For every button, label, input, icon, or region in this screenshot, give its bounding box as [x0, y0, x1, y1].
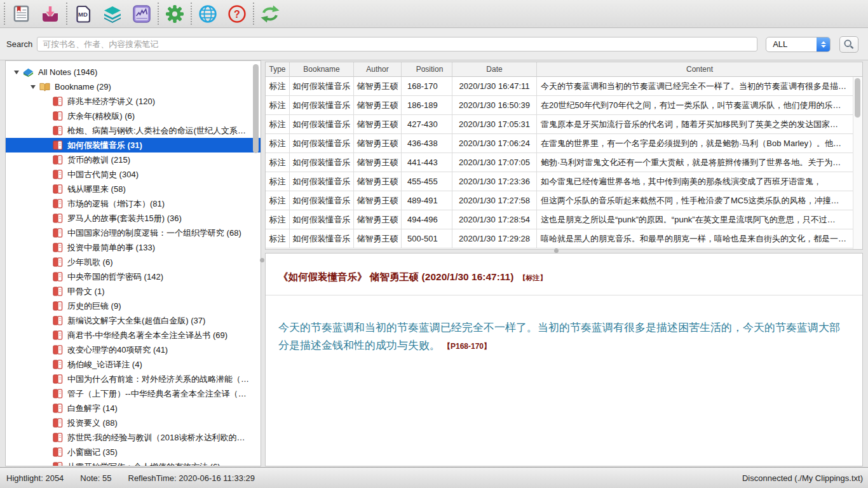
table-row[interactable]: 标注如何假装懂音乐储智勇王硕427-4302020/1/30 17:05:31雷… [266, 115, 862, 134]
table-scrollbar[interactable] [853, 77, 862, 249]
sidebar-tree-item[interactable]: All Notes (1946) [6, 65, 261, 79]
sidebar-tree-item[interactable]: 中国古代简史 (304) [6, 167, 261, 182]
markdown-export-button[interactable]: MD [69, 2, 98, 26]
column-header-bookname[interactable]: Bookname [290, 62, 354, 77]
sidebar-tree-item[interactable]: 从零开始学写作：个人增值的有效方法 (6) [6, 459, 261, 466]
refresh-button[interactable] [255, 2, 285, 26]
sidebar-tree-item[interactable]: 投资要义 (88) [6, 416, 261, 430]
help-button[interactable]: ? [222, 2, 252, 26]
sidebar-item-label: 中央帝国的哲学密码 (142) [67, 271, 163, 283]
sidebar-tree-item[interactable]: 投资中最简单的事 (133) [6, 240, 261, 255]
markdown-icon: MD [74, 4, 93, 24]
column-header-author[interactable]: Author [354, 62, 402, 77]
sidebar-item-label: 从零开始学写作：个人增值的有效方法 (6) [67, 461, 220, 467]
search-input[interactable] [37, 37, 757, 51]
vertical-splitter-handle[interactable] [260, 258, 264, 262]
import-button[interactable] [36, 2, 65, 26]
table-row[interactable]: 标注如何假装懂音乐储智勇王硕489-4912020/1/30 17:27:58但… [266, 191, 862, 210]
toolbar-separator [191, 3, 192, 25]
cell-author: 储智勇王硕 [354, 134, 402, 153]
sidebar-tree-item[interactable]: 中国国家治理的制度逻辑：一个组织学研究 (68) [6, 226, 261, 240]
sidebar-tree-item[interactable]: 如何假装懂音乐 (31) [6, 138, 261, 152]
column-header-type[interactable]: Type [266, 62, 290, 77]
cell-position: 500-501 [402, 229, 452, 248]
statistics-icon [132, 4, 151, 24]
sidebar-tree-item[interactable]: 管子（上下册）--中华经典名著全本全注全译（… [6, 386, 261, 401]
sidebar-tree-item[interactable]: 改变心理学的40项研究 (41) [6, 342, 261, 357]
table-row[interactable]: 标注如何假装懂音乐储智勇王硕186-1892020/1/30 16:50:39在… [266, 96, 862, 115]
table-header-row: TypeBooknameAuthorPositionDateContent [266, 62, 862, 77]
table-row[interactable]: 标注如何假装懂音乐储智勇王硕500-5012020/1/30 17:29:28嘻… [266, 229, 862, 248]
horizontal-splitter-handle[interactable] [554, 248, 559, 253]
sidebar-tree-item[interactable]: 庆余年(精校版) (6) [6, 109, 261, 123]
sidebar-tree-item[interactable]: Bookname (29) [6, 79, 261, 94]
cell-content: 在雷鬼的世界里，有一个名字是必须提到的，就是鲍勃·马利（Bob Marley）。… [537, 134, 862, 153]
book-icon [51, 111, 64, 121]
column-header-date[interactable]: Date [452, 62, 537, 77]
sidebar-tree-item[interactable]: 货币的教训 (215) [6, 152, 261, 167]
sidebar-tree-item[interactable]: 历史的巨镜 (9) [6, 299, 261, 313]
sidebar-tree-item[interactable]: 甲骨文 (1) [6, 284, 261, 299]
search-filter-value: ALL [766, 39, 817, 49]
cell-type: 标注 [266, 96, 290, 115]
sidebar-tree-item[interactable]: 枪炮、病菌与钢铁:人类社会的命运(世纪人文系… [6, 123, 261, 138]
sidebar-tree-item[interactable]: 罗马人的故事(套装共15册) (36) [6, 211, 261, 226]
cell-author: 储智勇王硕 [354, 229, 402, 248]
cell-bookname: 如何假装懂音乐 [290, 96, 354, 115]
toolbar-separator [158, 3, 159, 25]
sidebar-item-label: 少年凯歌 (6) [67, 257, 113, 268]
table-body: 标注如何假装懂音乐储智勇王硕168-1702020/1/30 16:47:11今… [266, 77, 862, 248]
sidebar-item-label: Bookname (29) [55, 82, 111, 92]
search-filter-select[interactable]: ALL [766, 37, 831, 52]
layers-button[interactable] [98, 2, 127, 26]
cell-author: 储智勇王硕 [354, 191, 402, 210]
table-scrollbar-thumb[interactable] [855, 78, 860, 118]
bookshelf-icon [39, 81, 51, 92]
select-stepper-icon [817, 37, 830, 51]
cell-author: 储智勇王硕 [354, 210, 402, 229]
sidebar-tree-item[interactable]: 钱从哪里来 (58) [6, 182, 261, 196]
sidebar-tree-item[interactable]: 苏世民:我的经验与教训（2018读桥水达利欧的… [6, 430, 261, 445]
notes-button[interactable] [6, 2, 36, 26]
sidebar-tree-item[interactable]: 中央帝国的哲学密码 (142) [6, 269, 261, 284]
table-row[interactable]: 标注如何假装懂音乐储智勇王硕436-4382020/1/30 17:06:24在… [266, 134, 862, 153]
sidebar-item-label: 管子（上下册）--中华经典名著全本全注全译（… [67, 388, 247, 400]
web-button[interactable] [193, 2, 222, 26]
sidebar-tree-item[interactable]: 市场的逻辑（增订本）(81) [6, 196, 261, 211]
book-icon [51, 301, 64, 311]
disclosure-triangle-icon[interactable] [29, 85, 37, 89]
sidebar-tree-item[interactable]: 少年凯歌 (6) [6, 255, 261, 269]
table-row[interactable]: 标注如何假装懂音乐储智勇王硕494-4962020/1/30 17:28:54这… [266, 210, 862, 229]
sidebar-tree-item[interactable]: 白鱼解字 (14) [6, 401, 261, 416]
settings-button[interactable] [160, 2, 189, 26]
sidebar-item-label: 杨伯峻_论语译注 (4) [67, 359, 142, 370]
sidebar-tree-item[interactable]: 杨伯峻_论语译注 (4) [6, 357, 261, 372]
table-row[interactable]: 标注如何假装懂音乐储智勇王硕455-4552020/1/30 17:23:36如… [266, 172, 862, 191]
cell-date: 2020/1/30 17:06:24 [452, 134, 537, 153]
refresh-time: RefleshTime: 2020-06-16 11:33:29 [128, 473, 255, 483]
search-button[interactable] [839, 36, 858, 53]
cell-author: 储智勇王硕 [354, 77, 402, 96]
disclosure-triangle-icon[interactable] [12, 71, 21, 74]
statistics-button[interactable] [127, 2, 156, 26]
table-row[interactable]: 标注如何假装懂音乐储智勇王硕168-1702020/1/30 16:47:11今… [266, 77, 862, 96]
sidebar-tree-item[interactable]: 小窗幽记 (35) [6, 445, 261, 459]
table-row[interactable]: 标注如何假装懂音乐储智勇王硕441-4432020/1/30 17:07:05鲍… [266, 153, 862, 172]
column-header-position[interactable]: Position [402, 62, 452, 77]
sidebar-tree-item[interactable]: 中国为什么有前途：对外经济关系的战略潜能（… [6, 372, 261, 386]
sidebar-tree: All Notes (1946) Bookname (29) 薛兆丰经济学讲义 … [6, 65, 261, 466]
sidebar-tree-item[interactable]: 新编说文解字大全集(超值白金版) (37) [6, 313, 261, 328]
book-icon [51, 388, 64, 399]
sidebar-tree-item[interactable]: 薛兆丰经济学讲义 (120) [6, 94, 261, 109]
column-header-content[interactable]: Content [537, 62, 862, 77]
note-type-tag: 【标注】 [519, 274, 546, 281]
cell-position: 441-443 [402, 153, 452, 172]
book-icon [51, 359, 64, 370]
sidebar-scrollbar-thumb[interactable] [253, 64, 259, 153]
cell-content: 但这两个乐队的音乐听起来截然不同，性手枪沿袭了MC5这类乐队的风格，冲撞… [537, 191, 862, 210]
note-detail-panel: 《如何假装懂音乐》 储智勇王硕 (2020/1/30 16:47:11)【标注】… [265, 253, 863, 466]
sidebar-tree-item[interactable]: 商君书-中华经典名著全本全注全译丛书 (69) [6, 328, 261, 342]
cell-bookname: 如何假装懂音乐 [290, 191, 354, 210]
cell-bookname: 如何假装懂音乐 [290, 172, 354, 191]
book-icon [51, 447, 64, 458]
